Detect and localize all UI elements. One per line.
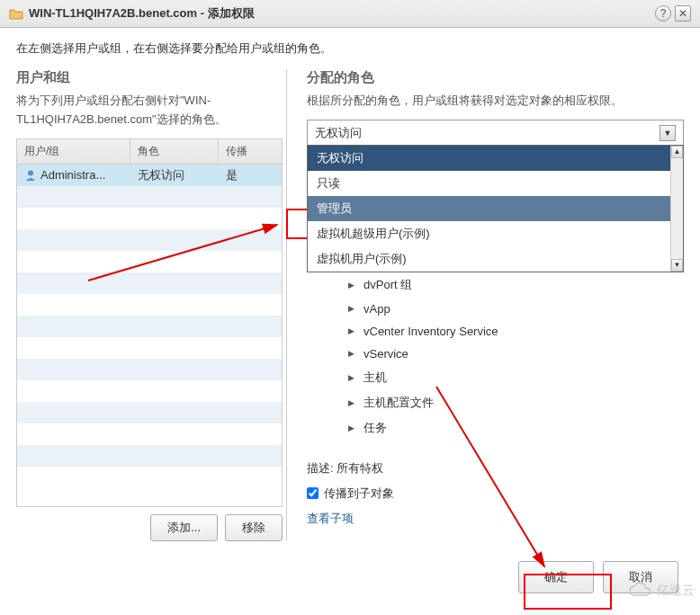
propagate-checkbox[interactable]: 传播到子对象	[307, 486, 684, 502]
users-desc: 将为下列用户或组分配右侧针对"WIN-TL1HQIH7A2B.benet.com…	[16, 92, 283, 129]
dropdown-item[interactable]: 只读	[308, 171, 683, 196]
tree-label: vApp	[363, 302, 390, 316]
tree-item[interactable]: ▶主机配置文件	[307, 390, 684, 415]
roles-panel: 分配的角色 根据所分配的角色，用户或组将获得对选定对象的相应权限。 无权访问 ▼…	[291, 69, 684, 541]
ok-button[interactable]: 确定	[518, 561, 594, 593]
table-body: Administra... 无权访问 是	[17, 165, 282, 506]
caret-right-icon: ▶	[348, 326, 354, 335]
table-header: 用户/组 角色 传播	[17, 139, 282, 165]
role-selected-value: 无权访问	[315, 125, 362, 141]
tree-label: 主机配置文件	[363, 395, 434, 411]
privilege-tree: ▶dvPort 组 ▶vApp ▶vCenter Inventory Servi…	[307, 269, 684, 441]
propagate-input[interactable]	[307, 487, 319, 499]
table-row[interactable]	[17, 208, 282, 229]
view-children-link[interactable]: 查看子项	[307, 511, 684, 527]
table-row[interactable]	[17, 402, 282, 423]
table-row[interactable]	[17, 423, 282, 445]
add-button[interactable]: 添加...	[150, 514, 218, 541]
user-icon	[24, 169, 37, 182]
users-panel: 用户和组 将为下列用户或组分配右侧针对"WIN-TL1HQIH7A2B.bene…	[16, 69, 283, 541]
table-row[interactable]	[17, 229, 282, 251]
cell-user: Administra...	[40, 168, 105, 182]
table-row[interactable]: Administra... 无权访问 是	[17, 165, 282, 186]
caret-right-icon: ▶	[348, 349, 354, 358]
col-user[interactable]: 用户/组	[17, 139, 130, 164]
chevron-down-icon[interactable]: ▼	[660, 125, 676, 141]
col-role[interactable]: 角色	[130, 139, 219, 164]
tree-label: dvPort 组	[363, 277, 412, 293]
help-icon[interactable]: ?	[655, 5, 671, 22]
cell-propagate: 是	[219, 167, 282, 183]
users-heading: 用户和组	[16, 69, 283, 86]
tree-label: 主机	[363, 370, 387, 386]
window-title: WIN-TL1HQIH7A2B.benet.com - 添加权限	[29, 5, 655, 22]
caret-right-icon: ▶	[348, 281, 354, 290]
table-row[interactable]	[17, 251, 282, 272]
table-row[interactable]	[17, 359, 282, 380]
scroll-down-icon[interactable]: ▼	[671, 259, 683, 272]
roles-desc: 根据所分配的角色，用户或组将获得对选定对象的相应权限。	[307, 92, 684, 111]
cloud-icon	[628, 583, 653, 599]
tree-item[interactable]: ▶vApp	[307, 298, 684, 320]
svg-point-0	[28, 170, 33, 175]
close-icon[interactable]: ✕	[675, 5, 691, 22]
watermark: 亿速云	[628, 583, 695, 599]
description-value: 所有特权	[337, 461, 383, 475]
tree-label: 任务	[363, 420, 387, 436]
panel-divider	[286, 69, 287, 541]
tree-item[interactable]: ▶主机	[307, 365, 684, 390]
cell-role: 无权访问	[130, 167, 219, 183]
tree-item[interactable]: ▶dvPort 组	[307, 272, 684, 298]
table-row[interactable]	[17, 272, 282, 294]
col-propagate[interactable]: 传播	[219, 139, 282, 164]
tree-item[interactable]: ▶vService	[307, 343, 684, 365]
table-row[interactable]	[17, 186, 282, 208]
roles-heading: 分配的角色	[307, 69, 684, 86]
caret-right-icon: ▶	[348, 398, 354, 407]
dropdown-item[interactable]: 虚拟机超级用户(示例)	[308, 221, 683, 246]
tree-item[interactable]: ▶任务	[307, 415, 684, 441]
watermark-text: 亿速云	[657, 583, 695, 599]
caret-right-icon: ▶	[348, 373, 354, 382]
table-row[interactable]	[17, 467, 282, 488]
dialog-footer: 确定 取消	[0, 541, 700, 613]
users-table: 用户/组 角色 传播 Administra... 无权访问 是	[16, 138, 283, 507]
role-dropdown: 无权访问 只读 管理员 虚拟机超级用户(示例) 虚拟机用户(示例) ▲ ▼	[307, 145, 684, 272]
instructions-text: 在左侧选择用户或组，在右侧选择要分配给用户或组的角色。	[0, 28, 700, 69]
table-row[interactable]	[17, 294, 282, 316]
description-label: 描述:	[307, 461, 334, 475]
propagate-label: 传播到子对象	[324, 486, 394, 502]
dropdown-item-admin[interactable]: 管理员	[308, 196, 683, 221]
scrollbar[interactable]: ▲ ▼	[670, 146, 683, 272]
role-description: 描述: 所有特权	[307, 460, 684, 477]
tree-item[interactable]: ▶vCenter Inventory Service	[307, 320, 684, 343]
role-select[interactable]: 无权访问 ▼ 无权访问 只读 管理员 虚拟机超级用户(示例) 虚拟机用户(示例)…	[307, 120, 684, 147]
table-row[interactable]	[17, 337, 282, 359]
tree-label: vCenter Inventory Service	[363, 325, 498, 338]
dropdown-item[interactable]: 虚拟机用户(示例)	[308, 246, 683, 272]
titlebar: WIN-TL1HQIH7A2B.benet.com - 添加权限 ? ✕	[0, 0, 700, 28]
table-row[interactable]	[17, 380, 282, 402]
table-row[interactable]	[17, 445, 282, 467]
folder-icon	[9, 7, 23, 20]
dropdown-item[interactable]: 无权访问	[308, 146, 683, 171]
remove-button[interactable]: 移除	[225, 514, 283, 541]
tree-label: vService	[363, 347, 408, 361]
caret-right-icon: ▶	[348, 423, 354, 432]
scroll-up-icon[interactable]: ▲	[671, 146, 683, 158]
caret-right-icon: ▶	[348, 304, 354, 313]
role-select-box[interactable]: 无权访问 ▼	[307, 120, 684, 147]
table-row[interactable]	[17, 316, 282, 337]
